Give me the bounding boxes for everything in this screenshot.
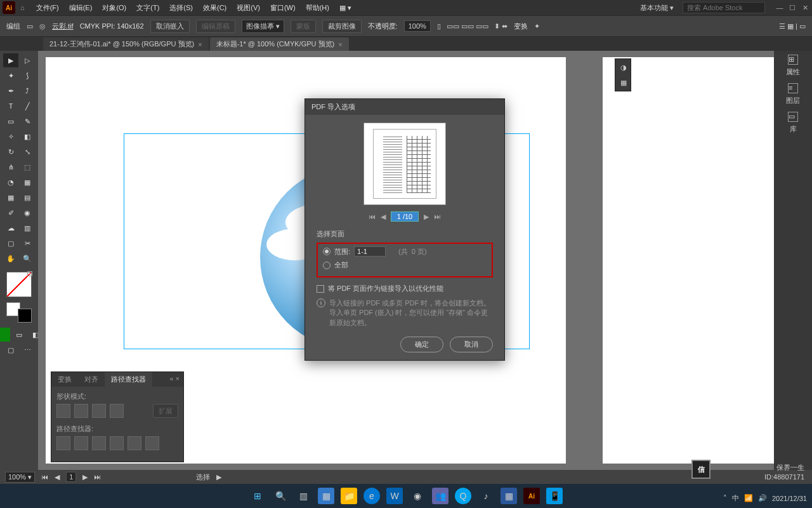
eraser-tool[interactable]: ◧ [20,130,35,144]
draw-behind[interactable]: ▭ [11,328,27,342]
pathfinder-tab[interactable]: 路径查找器 [105,372,152,387]
mesh-tool[interactable]: ▦ [3,190,18,204]
phone-icon[interactable]: 📱 [546,488,563,504]
dock-properties[interactable]: ⊞属性 [786,55,800,77]
target-icon[interactable]: ◎ [39,22,46,30]
close-tab-icon[interactable]: × [198,41,202,48]
link-checkbox[interactable] [317,285,324,293]
minimize-icon[interactable]: — [775,3,784,12]
widgets-icon[interactable]: ▦ [318,488,334,504]
qq-icon[interactable]: Q [455,488,471,504]
ok-button[interactable]: 确定 [400,337,443,352]
maximize-icon[interactable]: ☐ [788,3,797,12]
minus-front-btn[interactable] [74,404,88,418]
range-radio[interactable] [323,248,331,255]
menu-window[interactable]: 窗口(W) [265,3,301,13]
transform-tab[interactable]: 变换 [51,372,78,387]
ime-label[interactable]: 中 [732,493,739,503]
transform-link[interactable]: 变换 [514,22,528,31]
system-tray[interactable]: ˄ 中 📶 🔊 2021/12/31 [723,493,807,503]
first-artboard-icon[interactable]: ⏮ [41,473,48,481]
shaper-tool[interactable]: ✧ [3,130,18,144]
free-transform-tool[interactable]: ⬚ [20,160,35,174]
rotate-tool[interactable]: ↻ [3,145,18,159]
start-icon[interactable]: ⊞ [249,488,266,504]
app-icon[interactable]: ♪ [478,488,494,504]
screen-mode[interactable]: ▢ [3,343,18,357]
prev-page-icon[interactable]: ◀ [381,213,386,221]
menu-view[interactable]: 视图(V) [232,3,265,13]
magic-wand-tool[interactable]: ✦ [3,69,18,83]
eyedropper-tool[interactable]: ✐ [3,206,18,220]
selection-tool[interactable]: ▶ [3,53,18,67]
volume-icon[interactable]: 🔊 [758,494,767,502]
doc-tab-1[interactable]: 21-12-王鸿伟-01.ai* @ 150% (RGB/GPU 预览)× [43,37,209,51]
width-tool[interactable]: ⋔ [3,160,18,174]
merge-btn[interactable] [92,436,106,450]
chrome-icon[interactable]: ◉ [409,488,426,504]
next-artboard-icon[interactable]: ▶ [82,473,88,481]
shape-builder-tool[interactable]: ◔ [3,175,18,189]
doc-tab-2[interactable]: 未标题-1* @ 100% (CMYK/GPU 预览)× [210,37,349,51]
pen-tool[interactable]: ✒ [3,84,18,98]
all-radio[interactable] [323,262,331,269]
close-icon[interactable]: ✕ [801,3,809,12]
menu-edit[interactable]: 编辑(E) [64,3,98,13]
search-input[interactable] [683,2,765,13]
fill-stroke-widget[interactable]: ? [6,272,32,297]
calc-icon[interactable]: ▦ [501,488,517,504]
prev-artboard-icon[interactable]: ◀ [55,473,60,481]
unembed-button[interactable]: 取消嵌入 [150,20,190,33]
curvature-tool[interactable]: ⤴ [20,84,35,98]
fx-icon[interactable]: ✦ [534,22,540,30]
linked-filename[interactable]: 云彩.tif [52,22,74,31]
last-page-icon[interactable]: ⏭ [434,213,441,220]
select-arrow-icon[interactable]: ▶ [216,473,221,481]
align-controls[interactable]: ▯ ▭▭ ▭▭ ▭▭ ⬍ ⬌ [437,22,508,30]
word-icon[interactable]: W [386,488,403,504]
zoom-level[interactable]: 100% ▾ [5,472,35,483]
trim-btn[interactable] [74,436,88,450]
hand-tool[interactable]: ✋ [3,251,18,265]
range-input[interactable] [354,246,386,257]
artboard-tool[interactable]: ▢ [3,236,18,250]
next-page-icon[interactable]: ▶ [424,213,429,221]
last-artboard-icon[interactable]: ⏭ [94,473,101,481]
symbol-sprayer-tool[interactable]: ☁ [3,221,18,235]
perspective-tool[interactable]: ▦ [20,175,35,189]
intersect-btn[interactable] [92,404,106,418]
gradient-tool[interactable]: ▤ [20,190,35,204]
home-icon[interactable]: ⌂ [20,4,25,11]
dock-layers[interactable]: ≡图层 [786,83,800,105]
page-input[interactable] [391,211,419,222]
outline-btn[interactable] [128,436,141,450]
menu-type[interactable]: 文字(T) [131,3,164,13]
blend-tool[interactable]: ◉ [20,206,35,220]
menu-file[interactable]: 文件(F) [31,3,64,13]
scale-tool[interactable]: ⤡ [20,145,35,159]
panel-toggles[interactable]: ☰ ▦ | ▭ [779,22,806,30]
image-trace-dropdown[interactable]: 图像描摹 ▾ [242,20,284,33]
graph-tool[interactable]: ▥ [20,221,35,235]
divide-btn[interactable] [56,436,70,450]
search-icon[interactable]: 🔍 [272,488,289,504]
unite-btn[interactable] [56,404,70,418]
artboard-nav[interactable]: 1 [66,472,76,482]
direct-selection-tool[interactable]: ▷ [20,53,35,67]
swatches-panel-icon[interactable]: ▦ [617,76,631,90]
crop-button[interactable]: 裁剪图像 [322,20,362,33]
tray-up-icon[interactable]: ˄ [723,494,727,502]
menu-effect[interactable]: 效果(C) [198,3,232,13]
crop-btn[interactable] [110,436,124,450]
edge-icon[interactable]: e [363,488,380,504]
menu-help[interactable]: 帮助(H) [301,3,334,13]
explorer-icon[interactable]: 📁 [341,488,357,504]
menu-object[interactable]: 对象(O) [97,3,131,13]
illustrator-icon[interactable]: Ai [523,488,540,504]
minus-back-btn[interactable] [145,436,159,450]
rectangle-tool[interactable]: ▭ [3,114,18,128]
color-swatches[interactable] [6,302,32,323]
menu-select[interactable]: 选择(S) [164,3,198,13]
color-panel-icon[interactable]: ◑ [617,60,631,74]
dock-libraries[interactable]: ▭库 [788,112,798,134]
